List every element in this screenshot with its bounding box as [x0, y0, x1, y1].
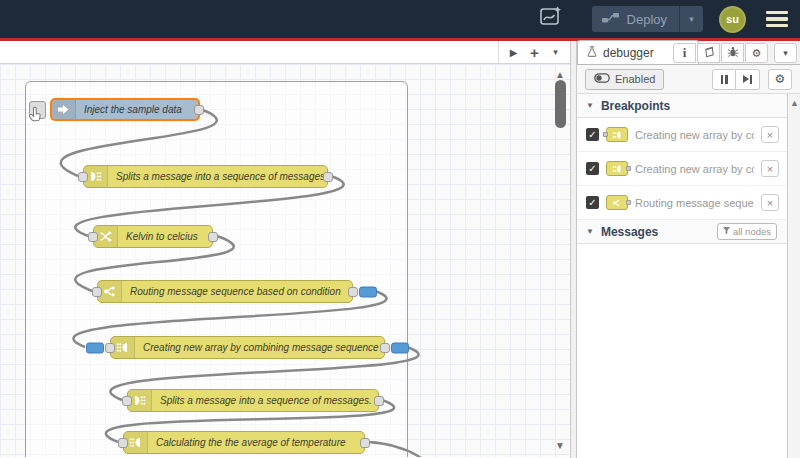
node-output-port[interactable]	[374, 396, 384, 406]
deploy-button-main[interactable]: Deploy	[592, 12, 679, 27]
toggle-icon	[594, 73, 610, 85]
flow-assistant-button[interactable]	[536, 5, 566, 33]
join-node-icon	[606, 127, 628, 142]
sidebar-tab-bar: debugger i	[577, 41, 800, 65]
remove-breakpoint-button[interactable]: ×	[761, 194, 779, 211]
wire[interactable]	[368, 442, 468, 457]
remove-breakpoint-button[interactable]: ×	[761, 126, 779, 143]
remove-breakpoint-button[interactable]: ×	[761, 160, 779, 177]
settings-tab-button[interactable]: ⚙	[745, 43, 768, 63]
node-label: Splits a message into a sequence of mess…	[152, 395, 378, 406]
close-icon: ×	[767, 129, 773, 141]
debugger-toolbar: Enabled ⚙	[577, 65, 800, 94]
sidebar-options-button[interactable]: ▾	[774, 43, 797, 63]
down-arrow-icon: ▼	[555, 440, 565, 451]
section-title: Messages	[601, 225, 658, 239]
node-join-1[interactable]: Creating new array by combining message …	[110, 336, 385, 359]
canvas-scroll-down[interactable]: ▼	[555, 440, 565, 451]
switch-node-icon	[606, 195, 628, 210]
help-tab-button[interactable]	[697, 43, 720, 63]
pause-button[interactable]	[712, 69, 736, 90]
step-button[interactable]	[736, 69, 760, 90]
node-input-port[interactable]	[92, 287, 102, 297]
node-label: Routing message sequence based on condit…	[122, 286, 352, 297]
messages-section-header[interactable]: ▼ Messages all nodes	[577, 220, 800, 244]
node-label: Splits a message into a sequence of mess…	[108, 171, 327, 182]
node-join-2[interactable]: Calculating the the average of temperatu…	[123, 431, 365, 454]
node-input-port[interactable]	[105, 343, 115, 353]
flow-sparkle-icon	[538, 4, 564, 34]
node-label: Creating new array by combining message …	[135, 342, 384, 353]
inject-icon	[52, 100, 76, 119]
inject-trigger-button[interactable]	[29, 101, 46, 119]
close-icon: ×	[767, 163, 773, 175]
chevron-down-icon: ▼	[586, 227, 594, 236]
node-output-port[interactable]	[360, 438, 370, 448]
breakpoint-row: ✓ Routing message sequence based on cond…	[577, 186, 800, 220]
up-arrow-icon: ▲	[790, 98, 799, 108]
node-split-1[interactable]: Splits a message into a sequence of mess…	[83, 165, 328, 188]
section-title: Breakpoints	[601, 99, 670, 113]
play-icon: ▶	[510, 47, 518, 58]
node-output-port[interactable]	[380, 343, 390, 353]
breakpoint-checkbox[interactable]: ✓	[586, 128, 599, 141]
port-icon	[626, 200, 631, 205]
node-label: Calculating the the average of temperatu…	[148, 437, 364, 448]
output-breakpoint-marker[interactable]	[359, 286, 377, 297]
gear-icon: ⚙	[775, 72, 786, 86]
flask-icon	[586, 44, 598, 62]
info-tab-button[interactable]: i	[673, 43, 696, 63]
debug-tab-button[interactable]	[721, 43, 744, 63]
node-output-port[interactable]	[323, 172, 333, 182]
funnel-icon	[723, 226, 730, 237]
node-input-port[interactable]	[122, 396, 132, 406]
node-input-port[interactable]	[118, 438, 128, 448]
debug-sidebar: debugger i	[577, 41, 800, 458]
check-icon: ✓	[588, 163, 596, 174]
flow-canvas[interactable]: Inject the sample data Splits a message …	[0, 64, 570, 457]
pause-icon	[721, 75, 728, 84]
scroll-tabs-button[interactable]: ▶	[505, 44, 522, 61]
breakpoint-row: ✓ Creating new array by combining messag…	[577, 152, 800, 186]
enabled-label: Enabled	[615, 73, 655, 85]
node-output-port[interactable]	[208, 232, 218, 242]
breakpoint-label: Creating new array by combining message …	[635, 129, 754, 141]
workspace-panel: ▶ + ▾	[0, 41, 570, 458]
breakpoints-section-header[interactable]: ▼ Breakpoints	[577, 94, 800, 118]
app-header: Deploy ▾ su	[0, 0, 800, 38]
node-red-app: Deploy ▾ su ▶ + ▾	[0, 0, 800, 458]
node-output-port[interactable]	[194, 105, 204, 115]
node-label: Kelvin to celcius	[118, 231, 212, 242]
add-flow-button[interactable]: +	[526, 44, 543, 61]
canvas-scrollbar-thumb[interactable]	[555, 80, 566, 128]
panel-splitter[interactable]	[570, 41, 577, 458]
node-label: Inject the sample data	[76, 104, 198, 115]
tab-label: debugger	[603, 46, 654, 60]
info-icon: i	[683, 45, 687, 61]
breakpoint-row: ✓ Creating new array by combining messag…	[577, 118, 800, 152]
caret-down-icon: ▾	[689, 14, 694, 24]
breakpoint-checkbox[interactable]: ✓	[586, 162, 599, 175]
deploy-button[interactable]: Deploy ▾	[592, 6, 703, 32]
node-output-port[interactable]	[348, 287, 358, 297]
debugger-enabled-toggle[interactable]: Enabled	[585, 69, 664, 90]
output-breakpoint-marker[interactable]	[391, 342, 409, 353]
debugger-settings-button[interactable]: ⚙	[768, 69, 792, 90]
breakpoint-checkbox[interactable]: ✓	[586, 196, 599, 209]
input-breakpoint-marker[interactable]	[86, 342, 104, 353]
message-filter-button[interactable]: all nodes	[717, 223, 777, 240]
node-split-2[interactable]: Splits a message into a sequence of mess…	[127, 389, 379, 412]
node-inject[interactable]: Inject the sample data	[50, 98, 200, 121]
deploy-options-caret[interactable]: ▾	[679, 6, 703, 32]
node-input-port[interactable]	[88, 232, 98, 242]
node-switch[interactable]: Routing message sequence based on condit…	[97, 280, 353, 303]
canvas-scroll-up[interactable]: ▲	[555, 69, 565, 80]
flow-list-button[interactable]: ▾	[547, 44, 564, 61]
hamburger-icon	[766, 11, 788, 14]
node-change[interactable]: Kelvin to celcius	[93, 225, 213, 248]
sidebar-scrollbar[interactable]: ▲	[787, 94, 800, 458]
caret-down-icon: ▾	[783, 48, 788, 58]
main-menu-button[interactable]	[764, 8, 790, 30]
user-avatar[interactable]: su	[719, 6, 746, 33]
node-input-port[interactable]	[78, 172, 88, 182]
